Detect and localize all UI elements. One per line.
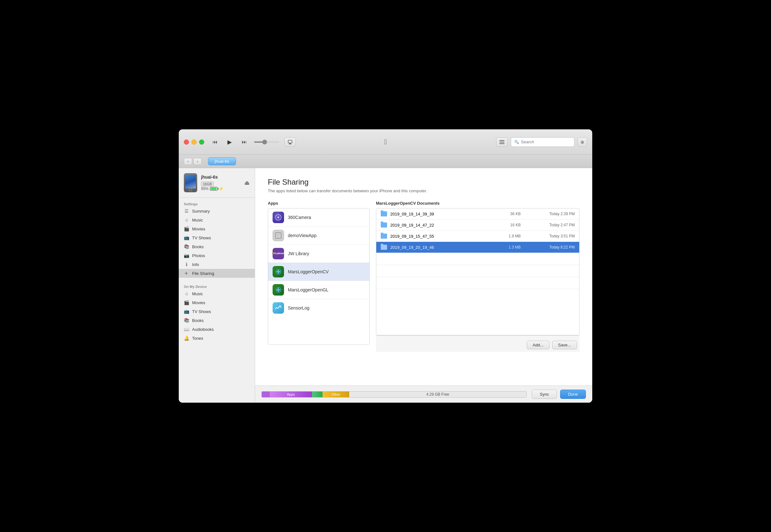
search-box[interactable]: 🔍 [511,137,574,147]
rewind-button[interactable]: ⏮ [211,138,220,147]
app-icon-jwlibrary: JW LIBRARY [273,248,284,259]
doc-item-empty-2 [376,265,579,277]
sidebar-item-ondevice-books[interactable]: 📚 Books [179,316,255,325]
volume-slider[interactable] [254,141,279,143]
sync-button[interactable]: Sync [532,390,557,399]
sidebar-label-music: Music [192,218,203,222]
doc-size-1: 16 KB [501,223,521,227]
sidebar-item-info[interactable]: ℹ Info [179,260,255,269]
svg-point-7 [278,217,279,218]
books-icon: 📚 [184,244,189,249]
back-button[interactable]: ‹ [184,158,192,165]
sidebar-item-books[interactable]: 📚 Books [179,242,255,251]
app-item-demoviewapp[interactable]: demoViewApp [268,227,369,245]
forward-button[interactable]: › [194,158,202,165]
sidebar-item-ondevice-movies[interactable]: 🎬 Movies [179,298,255,307]
sidebar-label-photos: Photos [192,253,205,258]
titlebar-right: 🔍 ⊕ [496,137,587,147]
sidebar-item-filesharing[interactable]: ✈ File Sharing [179,269,255,278]
search-input[interactable] [521,140,571,144]
app-item-jwlibrary[interactable]: JW LIBRARY JW Library [268,245,369,263]
svg-rect-1 [288,140,292,143]
device-details: jhuai-6s 16GB 95% ⚡ [201,174,241,191]
zoom-button[interactable] [199,140,204,145]
device-name: jhuai-6s [201,174,241,180]
doc-item-3[interactable]: 2019_09_19_20_19_46 1.3 MB Today 8:22 PM [376,242,579,253]
doc-name-0: 2019_09_19_14_39_39 [390,212,498,216]
svg-marker-15 [278,273,279,274]
doc-item-0[interactable]: 2019_09_19_14_39_39 36 KB Today 2:39 PM [376,208,579,220]
charging-icon: ⚡ [219,187,224,191]
app-item-sensorlog[interactable]: SensorLog [268,299,369,317]
sidebar-item-ondevice-music[interactable]: ♫ Music [179,289,255,298]
content-panel: File Sharing The apps listed below can t… [255,168,592,403]
app-name-sensorlog: SensorLog [288,305,310,310]
ondevice-label: On My Device [179,283,255,289]
main-content: jhuai-6s 16GB 95% ⚡ ⏏ Settings ☰ [179,168,592,403]
sidebar-item-ondevice-tones[interactable]: 🔔 Tones [179,334,255,343]
seg-other: Other [323,392,349,397]
sidebar-label-summary: Summary [192,209,210,214]
doc-date-3: Today 8:22 PM [524,245,575,249]
ondevice-movies-icon: 🎬 [184,300,189,305]
app-icon-360camera [273,212,284,223]
app-icon-marsloggeropencv [273,266,284,277]
playback-controls: ⏮ ▶ ⏭ [211,137,296,147]
sidebar-label-ondevice-music: Music [192,291,203,296]
sidebar-item-ondevice-audiobooks[interactable]: 📖 Audiobooks [179,325,255,334]
sidebar-item-ondevice-tvshows[interactable]: 📺 TV Shows [179,307,255,316]
done-button[interactable]: Done [560,390,586,399]
doc-item-empty-4 [376,289,579,301]
eject-button[interactable]: ⏏ [244,179,250,186]
airplay-button[interactable] [284,137,296,147]
seg-free: 4.29 GB Free [349,392,527,397]
storage-bar: Apps Other 4.29 GB Free [262,391,527,398]
sidebar-item-photos[interactable]: 📷 Photos [179,251,255,260]
add-button[interactable]: Add... [527,341,549,349]
doc-date-0: Today 2:39 PM [524,212,575,216]
bottom-bar: Apps Other 4.29 GB Free Sync Done [255,385,592,403]
fastforward-button[interactable]: ⏭ [240,138,249,147]
docs-actions: Add... Save... [376,335,580,352]
file-sharing-container: Apps 360Camera [268,201,580,347]
movies-icon: 🎬 [184,226,189,231]
doc-item-empty-3 [376,277,579,289]
traffic-lights [184,140,204,145]
titlebar: ⏮ ▶ ⏭  🔍 [179,129,592,155]
doc-item-1[interactable]: 2019_09_19_14_47_22 16 KB Today 2:47 PM [376,220,579,231]
minimize-button[interactable] [191,140,197,145]
filesharing-icon: ✈ [184,271,189,276]
nav-arrows: ‹ › [184,158,202,165]
app-icon-sensorlog [273,302,284,314]
app-item-marsloggeropencv[interactable]: MarsLoggerOpenCV [268,263,369,281]
svg-rect-3 [499,142,504,142]
svg-marker-20 [279,289,281,290]
app-name-jwlibrary: JW Library [288,251,309,256]
sidebar-item-summary[interactable]: ☰ Summary [179,207,255,215]
doc-item-2[interactable]: 2019_09_19_15_47_55 1.9 MB Today 3:51 PM [376,231,579,242]
close-button[interactable] [184,140,189,145]
photos-icon: 📷 [184,253,189,258]
sidebar-item-music[interactable]: ♫ Music [179,215,255,224]
itunes-window: ⏮ ▶ ⏭  🔍 [179,129,592,403]
storage-badge: 16GB [201,181,214,187]
app-item-360camera[interactable]: 360Camera [268,208,369,227]
battery-pct: 95% [201,187,209,191]
page-subtitle: The apps listed below can transfer docum… [268,188,580,193]
ondevice-section: On My Device ♫ Music 🎬 Movies 📺 TV Shows… [179,280,255,345]
apps-panel-label: Apps [268,201,370,206]
doc-date-1: Today 2:47 PM [524,223,575,227]
app-item-marsloggeropengl[interactable]: MarsLoggerOpenGL [268,281,369,299]
play-button[interactable]: ▶ [225,137,235,147]
sidebar-item-tvshows[interactable]: 📺 TV Shows [179,233,255,242]
app-name-marsloggeropengl: MarsLoggerOpenGL [288,287,329,292]
folder-icon-2 [381,234,387,239]
download-button[interactable]: ⊕ [577,137,587,147]
menu-button[interactable] [496,137,508,147]
device-tab[interactable]: jhuai-6s [208,157,236,165]
sidebar-item-movies[interactable]: 🎬 Movies [179,224,255,233]
svg-marker-22 [276,289,277,290]
device-tabbar: ‹ › jhuai-6s [179,155,592,168]
ondevice-tones-icon: 🔔 [184,336,189,341]
save-button[interactable]: Save... [552,341,577,349]
